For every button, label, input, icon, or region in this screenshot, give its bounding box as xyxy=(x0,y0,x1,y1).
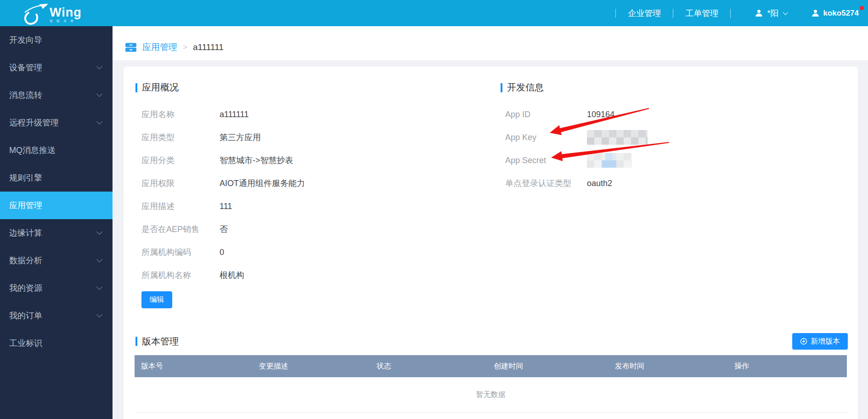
masked-user-dropdown[interactable]: *阳 xyxy=(755,8,787,19)
field-row-app-permission: 应用权限 AIOT通用组件服务能力 xyxy=(141,172,475,195)
col-publish-time: 发布时间 xyxy=(583,362,676,371)
sidebar-item-my-resources[interactable]: 我的资源 xyxy=(0,274,113,302)
ctwing-logo[interactable]: Wing 智联未来 xyxy=(24,1,82,25)
col-change-description: 变更描述 xyxy=(213,362,334,371)
field-row-sso-auth-type: 单点登录认证类型 oauth2 xyxy=(505,172,831,195)
edit-button[interactable]: 编辑 xyxy=(141,291,172,308)
dev-info-section: 开发信息 App ID 109164 App Key App Secret 单点… xyxy=(501,81,831,195)
masked-user-label: *阳 xyxy=(767,8,778,19)
section-title-bar xyxy=(135,337,137,346)
field-row-aep-sale: 是否在AEP销售 否 xyxy=(141,218,475,241)
field-row-app-name: 应用名称 a111111 xyxy=(141,103,475,126)
sidebar-item-industrial-id[interactable]: 工业标识 xyxy=(0,329,113,357)
app-management-icon xyxy=(125,42,137,53)
version-management-section: 版本管理 新增版本 版本号 变更描述 状态 创建时间 发布时间 操作 暂无数据 xyxy=(124,331,858,413)
add-version-label: 新增版本 xyxy=(811,337,840,346)
field-row-org-name: 所属机构名称 根机构 xyxy=(141,264,475,287)
field-row-app-secret: App Secret xyxy=(505,149,831,172)
menu-workorder-management[interactable]: 工单管理 xyxy=(685,8,718,19)
sidebar-item-dev-wizard[interactable]: 开发向导 xyxy=(0,26,113,54)
sidebar-item-app-management[interactable]: 应用管理 xyxy=(0,192,113,219)
chevron-down-icon xyxy=(96,119,102,125)
app-secret-redacted-value xyxy=(587,153,631,168)
sidebar-item-data-analysis[interactable]: 数据分析 xyxy=(0,247,113,274)
overview-section-title: 应用概况 xyxy=(142,81,179,94)
app-key-redacted-value xyxy=(587,130,648,145)
divider xyxy=(730,9,731,18)
logo-text: Wing xyxy=(50,6,82,18)
sidebar-item-edge-computing[interactable]: 边缘计算 xyxy=(0,219,113,247)
sidebar-item-mq-push[interactable]: MQ消息推送 xyxy=(0,136,113,164)
field-row-app-id: App ID 109164 xyxy=(505,103,831,126)
field-row-app-type: 应用类型 第三方应用 xyxy=(141,126,475,149)
plus-circle-icon xyxy=(800,338,807,345)
chevron-down-icon xyxy=(96,91,102,97)
breadcrumb-current-app: a111111 xyxy=(193,42,224,52)
divider xyxy=(673,9,673,18)
col-version-number: 版本号 xyxy=(135,362,213,371)
versions-section-title: 版本管理 xyxy=(142,335,179,348)
section-title-bar xyxy=(501,83,502,92)
app-detail-panel: 应用概况 应用名称 a111111 应用类型 第三方应用 应用分类 智慧城市->… xyxy=(124,67,858,419)
breadcrumb-app-management-link[interactable]: 应用管理 xyxy=(142,41,177,53)
version-table-header: 版本号 变更描述 状态 创建时间 发布时间 操作 xyxy=(135,355,847,377)
chevron-down-icon xyxy=(96,311,102,317)
logo-swoosh-plane-icon xyxy=(24,4,49,27)
table-empty-state: 暂无数据 xyxy=(135,377,847,413)
sidebar-item-message-flow[interactable]: 消息流转 xyxy=(0,81,113,109)
breadcrumb-separator: > xyxy=(183,43,187,52)
menu-enterprise-management[interactable]: 企业管理 xyxy=(628,8,661,19)
version-table: 版本号 变更描述 状态 创建时间 发布时间 操作 暂无数据 xyxy=(135,355,847,413)
sidebar-item-remote-upgrade[interactable]: 远程升级管理 xyxy=(0,109,113,136)
top-navbar: Wing 智联未来 企业管理 工单管理 *阳 koko5274 xyxy=(0,0,868,26)
notification-dot xyxy=(860,6,864,10)
divider xyxy=(615,9,616,18)
field-row-app-description: 应用描述 111 xyxy=(141,195,475,218)
col-status: 状态 xyxy=(334,362,434,371)
chevron-down-icon xyxy=(96,63,102,69)
col-actions: 操作 xyxy=(676,362,808,371)
app-overview-section: 应用概况 应用名称 a111111 应用类型 第三方应用 应用分类 智慧城市->… xyxy=(135,81,475,308)
user-icon xyxy=(755,9,763,17)
add-version-button[interactable]: 新增版本 xyxy=(792,333,848,350)
username-label: koko5274 xyxy=(823,9,859,18)
field-row-app-category: 应用分类 智慧城市->智慧抄表 xyxy=(141,149,475,172)
sidebar-nav: 开发向导 设备管理 消息流转 远程升级管理 MQ消息推送 规则引擎 应用管理 边… xyxy=(0,26,113,419)
sidebar-item-my-orders[interactable]: 我的订单 xyxy=(0,302,113,329)
sidebar-item-device-management[interactable]: 设备管理 xyxy=(0,54,113,81)
chevron-down-icon xyxy=(96,284,102,290)
field-row-org-code: 所属机构编码 0 xyxy=(141,241,475,264)
account-button[interactable]: koko5274 xyxy=(811,9,859,18)
breadcrumb: 应用管理 > a111111 xyxy=(113,26,868,60)
logo-subtext: 智联未来 xyxy=(50,19,82,23)
chevron-down-icon xyxy=(96,256,102,262)
chevron-down-icon xyxy=(96,229,102,235)
devinfo-section-title: 开发信息 xyxy=(507,81,544,94)
field-row-app-key: App Key xyxy=(505,126,831,149)
sidebar-item-rule-engine[interactable]: 规则引擎 xyxy=(0,164,113,192)
user-icon xyxy=(811,9,820,17)
section-title-bar xyxy=(135,83,137,92)
chevron-down-icon xyxy=(783,10,788,15)
col-create-time: 创建时间 xyxy=(434,362,583,371)
